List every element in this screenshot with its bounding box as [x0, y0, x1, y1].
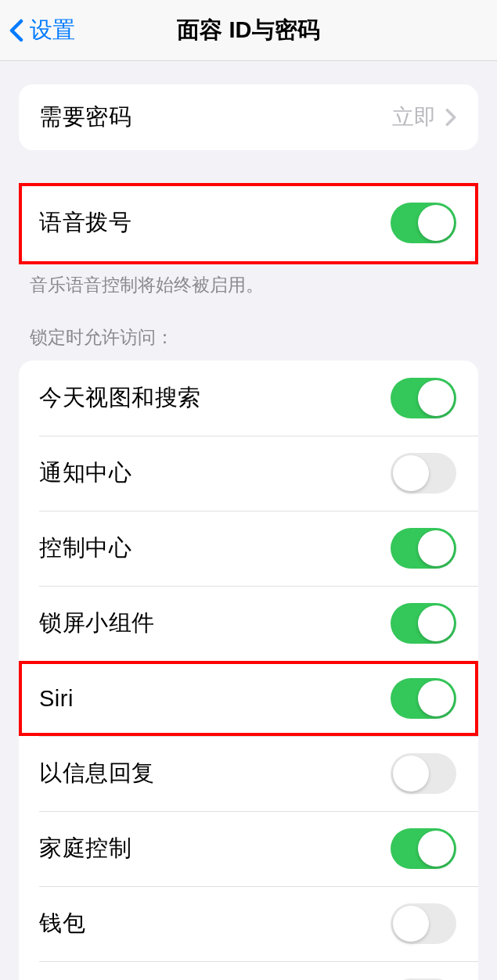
locked-access-row: Siri	[19, 661, 478, 736]
voice-dial-row: 语音拨号	[19, 185, 478, 261]
content: 需要密码 立即 语音拨号 音乐语音控制将始终被启用。 锁定时允许访问： 今天视图…	[0, 61, 497, 980]
locked-access-toggle[interactable]	[391, 903, 456, 944]
locked-access-toggle[interactable]	[391, 828, 456, 869]
toggle-knob	[418, 831, 454, 867]
toggle-knob	[418, 380, 454, 416]
toggle-knob	[418, 530, 454, 566]
toggle-knob	[418, 680, 454, 716]
row-right: 立即	[392, 102, 456, 132]
require-passcode-value: 立即	[392, 102, 436, 132]
back-button[interactable]: 设置	[0, 15, 75, 46]
require-passcode-label: 需要密码	[39, 102, 131, 133]
voice-dial-toggle[interactable]	[391, 203, 456, 243]
locked-access-item-label: 通知中心	[39, 458, 131, 489]
locked-access-toggle[interactable]	[391, 753, 456, 794]
locked-access-item-label: 家庭控制	[39, 833, 131, 864]
locked-access-row: 以信息回复	[19, 736, 478, 811]
page-title: 面容 ID与密码	[177, 15, 319, 46]
locked-access-item-label: 以信息回复	[39, 758, 155, 789]
locked-access-item-label: Siri	[39, 686, 74, 712]
chevron-left-icon	[9, 19, 23, 42]
toggle-knob	[393, 906, 429, 942]
locked-access-header: 锁定时允许访问：	[0, 297, 497, 361]
nav-header: 设置 面容 ID与密码	[0, 0, 497, 61]
locked-access-row: 回拨未接来电	[19, 961, 478, 980]
voice-dial-group: 语音拨号	[19, 185, 478, 261]
locked-access-toggle[interactable]	[391, 378, 456, 418]
locked-access-row: 今天视图和搜索	[19, 361, 478, 436]
locked-access-row: 钱包	[19, 886, 478, 961]
chevron-right-icon	[445, 108, 456, 127]
voice-dial-footer: 音乐语音控制将始终被启用。	[0, 261, 497, 297]
toggle-knob	[393, 756, 429, 792]
require-passcode-row[interactable]: 需要密码 立即	[19, 84, 478, 150]
locked-access-row: 家庭控制	[19, 811, 478, 886]
toggle-knob	[418, 605, 454, 641]
locked-access-item-label: 控制中心	[39, 533, 131, 564]
locked-access-toggle[interactable]	[391, 453, 456, 494]
voice-dial-label: 语音拨号	[39, 207, 131, 239]
locked-access-item-label: 今天视图和搜索	[39, 382, 201, 414]
locked-access-toggle[interactable]	[391, 678, 456, 719]
locked-access-row: 控制中心	[19, 511, 478, 586]
locked-access-item-label: 钱包	[39, 908, 85, 939]
locked-access-row: 锁屏小组件	[19, 586, 478, 661]
locked-access-item-label: 锁屏小组件	[39, 608, 155, 639]
toggle-knob	[418, 205, 454, 241]
back-label: 设置	[30, 15, 75, 46]
passcode-group: 需要密码 立即	[19, 84, 478, 150]
locked-access-row: 通知中心	[19, 436, 478, 511]
locked-access-toggle[interactable]	[391, 528, 456, 569]
locked-access-toggle[interactable]	[391, 603, 456, 644]
toggle-knob	[393, 455, 429, 491]
locked-access-group: 今天视图和搜索通知中心控制中心锁屏小组件Siri以信息回复家庭控制钱包回拨未接来…	[19, 361, 478, 980]
